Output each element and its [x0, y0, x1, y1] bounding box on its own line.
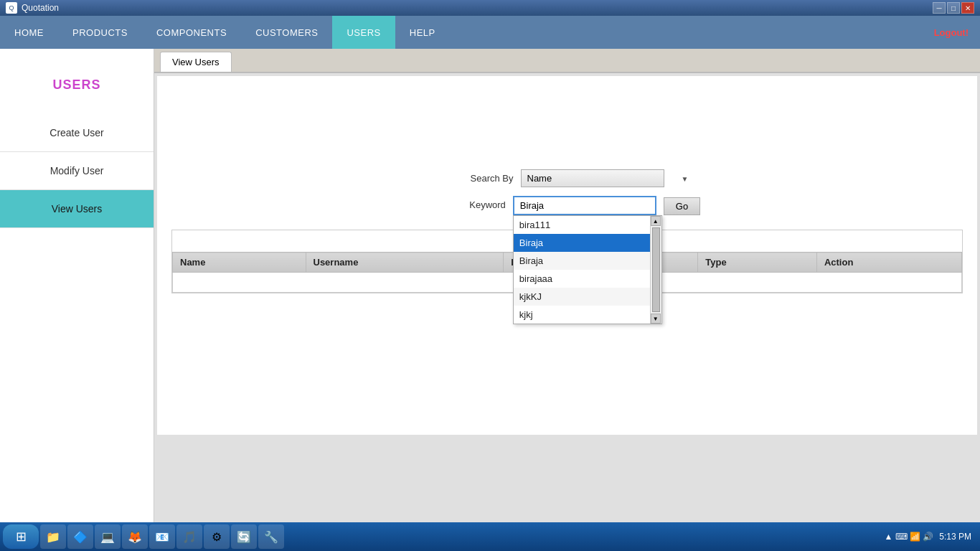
search-area: Search By Name Username Type	[157, 169, 977, 215]
sidebar-item-view-users[interactable]: View Users	[0, 190, 154, 228]
nav-products[interactable]: PRODUCTS	[58, 16, 142, 49]
nav-customers[interactable]: CUSTOMERS	[241, 16, 332, 49]
sidebar: USERS Create User Modify User View Users	[0, 49, 154, 551]
col-username: Username	[306, 253, 504, 273]
taskbar-app-9[interactable]: 🔧	[258, 524, 284, 549]
search-by-select[interactable]: Name Username Type	[521, 169, 664, 187]
taskbar-app-2[interactable]: 🔷	[67, 524, 93, 549]
maximize-button[interactable]: □	[947, 2, 960, 14]
go-button[interactable]: Go	[664, 197, 700, 215]
tab-view-users[interactable]: View Users	[160, 52, 232, 72]
autocomplete-dropdown: bira111 Biraja Biraja birajaaa kjkKJ kjk…	[513, 215, 662, 324]
minimize-button[interactable]: ─	[933, 2, 946, 14]
keyword-label: Keyword	[434, 199, 506, 210]
sidebar-item-modify-user[interactable]: Modify User	[0, 152, 154, 190]
taskbar-app-7[interactable]: ⚙	[204, 524, 230, 549]
taskbar-app-1[interactable]: 📁	[40, 524, 66, 549]
keyword-input[interactable]	[513, 196, 656, 215]
logout-button[interactable]: Logout!	[923, 16, 980, 49]
scroll-down-button[interactable]: ▼	[651, 314, 661, 324]
autocomplete-item-biraja-1[interactable]: Biraja	[514, 234, 661, 252]
nav-users[interactable]: USERS	[332, 16, 395, 49]
taskbar-app-8[interactable]: 🔄	[231, 524, 257, 549]
search-by-label: Search By	[442, 173, 514, 184]
close-button[interactable]: ✕	[961, 2, 974, 14]
taskbar: ⊞ 📁 🔷 💻 🦊 📧 🎵 ⚙ 🔄 🔧 ▲ ⌨ 📶 🔊 5:13 PM	[0, 522, 980, 551]
sidebar-title: USERS	[0, 63, 154, 114]
nav-components[interactable]: COMPONENTS	[142, 16, 241, 49]
col-name: Name	[173, 253, 306, 273]
col-type: Type	[698, 253, 817, 273]
app-icon: Q	[6, 2, 17, 14]
taskbar-time: 5:13 PM	[939, 532, 971, 542]
scroll-up-button[interactable]: ▲	[651, 216, 661, 226]
search-by-wrapper: Name Username Type	[521, 169, 693, 187]
nav-home[interactable]: HOME	[0, 16, 58, 49]
nav-help[interactable]: HELP	[395, 16, 450, 49]
autocomplete-item-kjkkj[interactable]: kjkKJ	[514, 288, 661, 306]
autocomplete-item-biraja-2[interactable]: Biraja	[514, 252, 661, 270]
start-button[interactable]: ⊞	[3, 524, 39, 549]
title-bar: Q Quotation ─ □ ✕	[0, 0, 980, 16]
autocomplete-item-kjkj[interactable]: kjkj	[514, 306, 661, 324]
taskbar-icons: ▲ ⌨ 📶 🔊	[884, 532, 933, 542]
autocomplete-item-bira111[interactable]: bira111	[514, 216, 661, 234]
tab-bar: View Users	[154, 49, 980, 73]
taskbar-right: ▲ ⌨ 📶 🔊 5:13 PM	[884, 532, 977, 542]
main-content: View Users Search By Name Username	[154, 49, 980, 551]
sidebar-item-create-user[interactable]: Create User	[0, 114, 154, 152]
taskbar-app-3[interactable]: 💻	[95, 524, 121, 549]
dropdown-scrollbar: ▲ ▼	[650, 216, 661, 324]
autocomplete-item-birajaaa[interactable]: birajaaa	[514, 270, 661, 288]
title-bar-title: Quotation	[22, 3, 59, 13]
col-action: Action	[816, 253, 961, 273]
scroll-thumb	[652, 227, 660, 312]
keyword-dropdown-container: bira111 Biraja Biraja birajaaa kjkKJ kjk…	[513, 196, 656, 215]
taskbar-app-5[interactable]: 📧	[149, 524, 175, 549]
nav-bar: HOME PRODUCTS COMPONENTS CUSTOMERS USERS…	[0, 16, 980, 49]
taskbar-app-6[interactable]: 🎵	[176, 524, 202, 549]
taskbar-app-4[interactable]: 🦊	[122, 524, 148, 549]
